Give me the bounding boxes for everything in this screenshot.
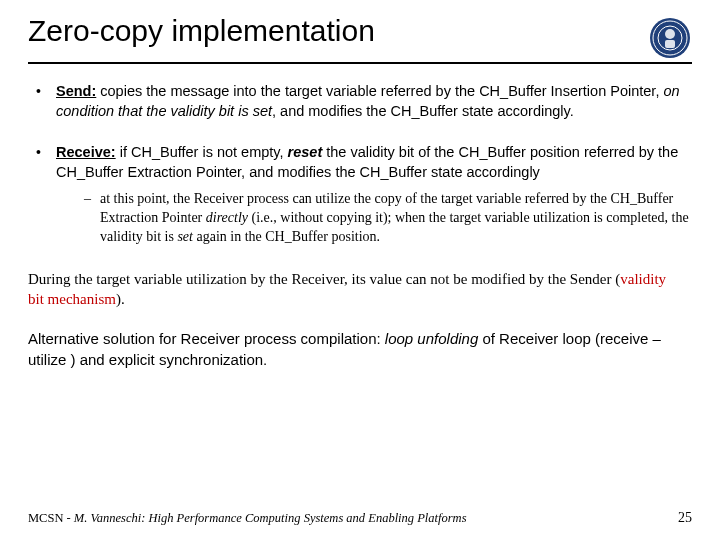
body-content: Send: copies the message into the target…	[28, 82, 692, 370]
svg-point-3	[665, 29, 675, 39]
bullet-list: Send: copies the message into the target…	[28, 82, 692, 247]
footer-credit: MCSN - M. Vanneschi: High Performance Co…	[28, 511, 467, 526]
page-title: Zero-copy implementation	[28, 14, 375, 49]
validity-note: During the target variable utilization b…	[28, 269, 692, 310]
send-keyword: Send:	[56, 83, 96, 99]
page-number: 25	[678, 510, 692, 526]
header: Zero-copy implementation	[28, 14, 692, 64]
bullet-send: Send: copies the message into the target…	[32, 82, 692, 121]
sub-bullet: at this point, the Receiver process can …	[84, 190, 692, 247]
sub-bullet-list: at this point, the Receiver process can …	[56, 190, 692, 247]
institution-seal-icon	[648, 16, 692, 60]
receive-keyword: Receive:	[56, 144, 116, 160]
alternative-note: Alternative solution for Receiver proces…	[28, 329, 692, 370]
slide: Zero-copy implementation Send: copies th…	[0, 0, 720, 540]
bullet-receive: Receive: if CH_Buffer is not empty, rese…	[32, 143, 692, 247]
footer: MCSN - M. Vanneschi: High Performance Co…	[28, 510, 692, 526]
svg-rect-4	[665, 40, 675, 48]
